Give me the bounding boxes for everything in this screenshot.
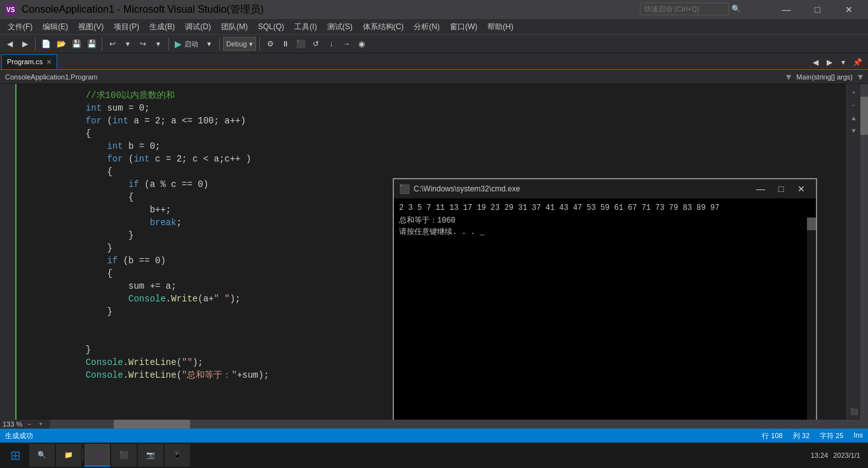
- start-button[interactable]: ▶ 启动: [172, 38, 201, 50]
- forward-button[interactable]: ▶: [18, 37, 32, 51]
- collapse-icon[interactable]: +: [848, 86, 860, 98]
- zoom-plus[interactable]: +: [36, 420, 45, 429]
- toolbar-bp[interactable]: ◉: [355, 37, 369, 51]
- cmd-icon: ⬛: [399, 184, 410, 194]
- toolbar-step2[interactable]: →: [339, 37, 353, 51]
- minimize-button[interactable]: —: [772, 0, 801, 19]
- zoom-minus[interactable]: −: [25, 420, 34, 429]
- menu-debug[interactable]: 调试(D): [180, 19, 216, 34]
- redo-dropdown[interactable]: ▾: [151, 37, 165, 51]
- tab-close-icon[interactable]: ✕: [46, 59, 51, 65]
- tab-pin-button[interactable]: 📌: [850, 55, 864, 69]
- taskbar-explorer[interactable]: 📁: [56, 444, 81, 467]
- toolbar-attach[interactable]: ⚙: [263, 37, 277, 51]
- config-dropdown[interactable]: Debug ▾: [223, 37, 256, 51]
- code-line: int b = 0;: [22, 140, 846, 153]
- zoom-control: 133 % − +: [0, 420, 48, 429]
- code-line: {: [22, 127, 846, 140]
- undo-dropdown[interactable]: ▾: [121, 37, 135, 51]
- search-icon: 🔍: [731, 4, 741, 13]
- menu-edit[interactable]: 编辑(E): [37, 19, 73, 34]
- scrollbar-thumb[interactable]: [860, 97, 868, 135]
- cmd-scroll-thumb[interactable]: [807, 217, 816, 230]
- folder-taskbar-icon: 📁: [64, 451, 73, 459]
- open-button[interactable]: 📂: [54, 37, 68, 51]
- taskbar-vs[interactable]: VS: [85, 444, 110, 467]
- taskbar-search[interactable]: 🔍: [29, 444, 55, 467]
- nav-method[interactable]: Main(string[] args): [796, 73, 853, 81]
- menu-project[interactable]: 项目(P): [109, 19, 144, 34]
- menu-team[interactable]: 团队(M): [216, 19, 253, 34]
- status-char: 字符 25: [820, 431, 843, 441]
- toolbar-stop[interactable]: ⬛: [294, 37, 308, 51]
- cmd-maximize-button[interactable]: □: [771, 182, 790, 196]
- expand-icon[interactable]: −: [848, 99, 860, 111]
- toolbar-sep-1: [35, 38, 36, 50]
- start-button[interactable]: ⊞: [3, 444, 28, 467]
- svg-text:VS: VS: [6, 6, 15, 13]
- close-button[interactable]: ✕: [834, 0, 863, 19]
- sidebar-up-icon[interactable]: ▲: [848, 112, 860, 123]
- tab-list-button[interactable]: ▾: [836, 55, 850, 69]
- status-row: 行 108: [762, 431, 782, 441]
- menu-tools[interactable]: 工具(I): [289, 19, 322, 34]
- quick-launch-input[interactable]: [640, 3, 729, 15]
- new-button[interactable]: 📄: [39, 37, 53, 51]
- toolbar-sep-4: [219, 38, 220, 50]
- cmd-taskbar-icon: ⬛: [119, 451, 128, 459]
- zoom-level: 133 %: [3, 420, 22, 428]
- build-status: 生成成功: [5, 432, 33, 439]
- toolbar-restart[interactable]: ↺: [309, 37, 323, 51]
- sidebar-down-icon[interactable]: ▼: [848, 125, 860, 136]
- title-bar: VS ConsoleApplication1 - Microsoft Visua…: [0, 0, 868, 19]
- cmd-close-button[interactable]: ✕: [792, 182, 811, 196]
- toolbar-step1[interactable]: ↓: [324, 37, 338, 51]
- toolbar-pause[interactable]: ⏸: [278, 37, 292, 51]
- toolbar-sep-3: [168, 38, 169, 50]
- taskbar-extra1[interactable]: 📷: [138, 444, 163, 467]
- extra2-icon: 📱: [173, 451, 182, 459]
- tab-bar: Program.cs ✕ ◀ ▶ ▾ 📌: [0, 53, 868, 70]
- back-button[interactable]: ◀: [3, 37, 17, 51]
- maximize-button[interactable]: □: [803, 0, 832, 19]
- status-bar: 生成成功 行 108 列 32 字符 25 Ins: [0, 429, 868, 443]
- editor-scrollbar[interactable]: [860, 84, 868, 420]
- cmd-minimize-button[interactable]: —: [751, 182, 770, 196]
- start-dropdown[interactable]: ▾: [202, 37, 216, 51]
- menu-help[interactable]: 帮助(H): [482, 19, 519, 34]
- redo-button[interactable]: ↪: [136, 37, 150, 51]
- extra1-icon: 📷: [146, 451, 155, 459]
- save-button[interactable]: 💾: [69, 37, 83, 51]
- cmd-output-line3: 请按任意键继续. . . _: [399, 226, 811, 238]
- cmd-window: ⬛ C:\Windows\system32\cmd.exe — □ ✕ 2 3 …: [393, 178, 817, 420]
- tab-scroll-left[interactable]: ◀: [808, 55, 822, 69]
- code-line: //求100以内质数的和: [22, 89, 846, 102]
- menu-file[interactable]: 文件(F): [3, 19, 37, 34]
- cmd-title-left: ⬛ C:\Windows\system32\cmd.exe: [399, 184, 520, 194]
- toolbar-sep-2: [102, 38, 102, 50]
- nav-path[interactable]: ConsoleApplication1.Program: [5, 73, 781, 81]
- nav-bar: ConsoleApplication1.Program ▾ Main(strin…: [0, 70, 868, 84]
- taskbar-cmd[interactable]: ⬛: [111, 444, 137, 467]
- menu-analyze[interactable]: 分析(N): [409, 19, 445, 34]
- cmd-body: 2 3 5 7 11 13 17 19 23 29 31 37 41 43 47…: [394, 198, 816, 420]
- tab-scroll-right[interactable]: ▶: [822, 55, 836, 69]
- menu-view[interactable]: 视图(V): [73, 19, 109, 34]
- cmd-scrollbar[interactable]: [807, 217, 816, 420]
- save-all-button[interactable]: 💾: [85, 37, 98, 51]
- cmd-output-line1: 2 3 5 7 11 13 17 19 23 29 31 37 41 43 47…: [399, 202, 811, 214]
- status-col: 列 32: [793, 431, 810, 441]
- menu-test[interactable]: 测试(S): [322, 19, 358, 34]
- menu-window[interactable]: 窗口(W): [445, 19, 482, 34]
- title-bar-controls: — □ ✕: [772, 0, 863, 19]
- bottom-scrollbar[interactable]: [50, 420, 868, 429]
- menu-sql[interactable]: SQL(Q): [253, 19, 289, 34]
- bottom-scroll-thumb[interactable]: [114, 420, 190, 429]
- undo-button[interactable]: ↩: [105, 37, 119, 51]
- taskbar-right: 13:24 2023/1/1: [811, 451, 865, 459]
- main-area: //求100以内质数的和 int sum = 0; for (int a = 2…: [0, 84, 868, 420]
- menu-build[interactable]: 生成(B): [144, 19, 180, 34]
- tab-program-cs[interactable]: Program.cs ✕: [1, 54, 57, 69]
- taskbar-extra2[interactable]: 📱: [165, 444, 190, 467]
- menu-arch[interactable]: 体系结构(C): [358, 19, 409, 34]
